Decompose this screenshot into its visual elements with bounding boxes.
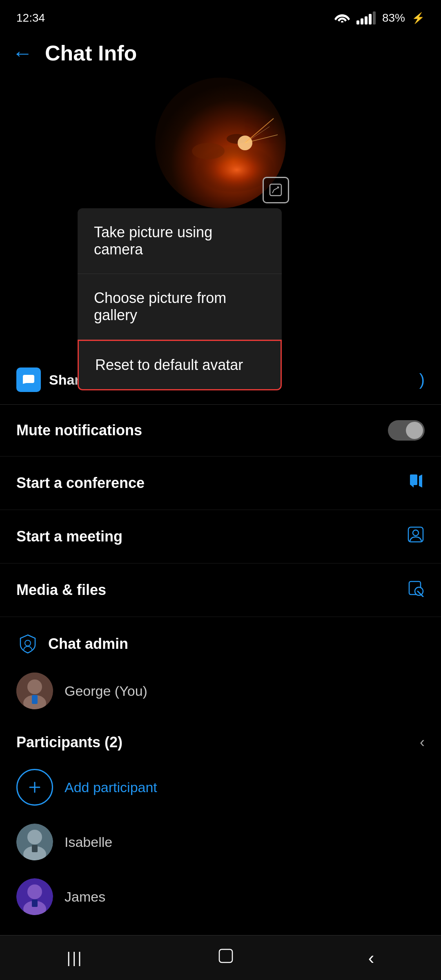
start-conference-row[interactable]: Start a conference: [0, 457, 441, 510]
media-label: Media & files: [16, 581, 106, 599]
george-avatar: [16, 673, 53, 709]
back-button[interactable]: ←: [12, 43, 33, 63]
svg-point-29: [27, 884, 42, 899]
status-bar: 12:34 83% ⚡: [0, 0, 441, 33]
svg-point-17: [25, 640, 31, 646]
james-row[interactable]: James: [0, 869, 441, 924]
status-time: 12:34: [16, 11, 45, 24]
mute-notifications-row[interactable]: Mute notifications: [0, 405, 441, 457]
participants-title: Participants (2): [16, 734, 122, 751]
svg-rect-31: [32, 900, 38, 907]
bottom-nav: ||| ‹: [0, 935, 441, 980]
media-files-row[interactable]: Media & files: [0, 564, 441, 617]
meeting-label: Start a meeting: [16, 528, 122, 545]
participants-header: Participants (2) ‹: [0, 718, 441, 760]
header: ← Chat Info: [0, 33, 441, 78]
svg-point-0: [341, 21, 343, 22]
george-name: George (You): [65, 683, 147, 699]
signal-bars: [356, 11, 376, 24]
james-avatar: [16, 878, 53, 915]
svg-point-5: [192, 143, 225, 159]
add-participant-row[interactable]: Add participant: [0, 760, 441, 815]
svg-rect-27: [32, 845, 38, 852]
context-menu: Take picture using camera Choose picture…: [78, 208, 282, 390]
svg-rect-21: [32, 695, 38, 704]
isabelle-avatar: [16, 824, 53, 860]
isabelle-name: Isabelle: [65, 834, 112, 850]
mute-label: Mute notifications: [16, 422, 142, 439]
svg-point-15: [415, 587, 423, 595]
nav-home-button[interactable]: [217, 947, 235, 969]
svg-point-13: [413, 530, 419, 536]
nav-recent-button[interactable]: |||: [67, 949, 83, 967]
meeting-icon: [407, 526, 425, 548]
chat-admin-label: Chat admin: [48, 635, 128, 653]
george-row[interactable]: George (You): [0, 664, 441, 718]
status-right: 83% ⚡: [334, 11, 425, 25]
svg-point-19: [27, 679, 42, 694]
james-name: James: [65, 889, 105, 905]
admin-shield-icon: [16, 633, 39, 655]
add-participant-label: Add participant: [65, 780, 157, 795]
start-meeting-row[interactable]: Start a meeting: [0, 510, 441, 564]
media-icon: [407, 579, 425, 601]
chat-admin-section: Chat admin: [0, 617, 441, 664]
conference-icon: [407, 472, 425, 494]
avatar-section: Take picture using camera Choose picture…: [0, 78, 441, 216]
page-title: Chat Info: [45, 41, 137, 65]
svg-point-25: [27, 830, 42, 844]
add-participant-icon: [16, 769, 53, 806]
mute-toggle[interactable]: [388, 420, 425, 441]
isabelle-row[interactable]: Isabelle: [0, 815, 441, 869]
shared-group-chevron: ): [419, 371, 425, 389]
svg-rect-32: [219, 949, 232, 962]
battery-icon: ⚡: [412, 12, 425, 24]
conference-label: Start a conference: [16, 474, 145, 492]
shared-group-icon: [16, 368, 41, 392]
context-menu-camera[interactable]: Take picture using camera: [78, 208, 282, 274]
svg-rect-11: [270, 184, 281, 196]
participants-chevron-icon: ‹: [420, 734, 425, 751]
nav-back-button[interactable]: ‹: [368, 948, 374, 968]
wifi-icon: [334, 11, 350, 25]
context-menu-reset[interactable]: Reset to default avatar: [78, 340, 282, 390]
battery-percent: 83%: [382, 11, 405, 24]
edit-avatar-button[interactable]: [261, 176, 290, 204]
context-menu-gallery[interactable]: Choose picture from gallery: [78, 274, 282, 340]
